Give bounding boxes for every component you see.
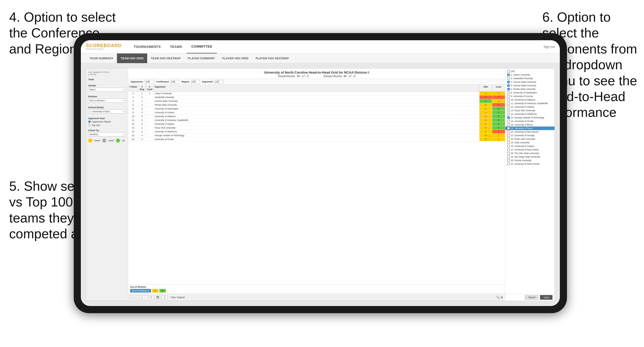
grid-records: Overall Record: 89 - 17 - 0 Division Rec… [131, 75, 502, 78]
toolbar-save[interactable]: 💾 [155, 296, 161, 299]
table-row[interactable]: 13 1 Texas Tech University 3 0 [128, 126, 505, 130]
td-rank: 9 [128, 111, 138, 114]
radio-dot-selected [88, 120, 91, 123]
dropdown-item[interactable]: ✓2. Auburn University [505, 73, 555, 77]
subnav-player-h2h-heatmap[interactable]: PLAYER H2H HEATMAP [252, 53, 293, 63]
table-row[interactable]: 4 1 Arizona State University 5 1 [128, 99, 505, 103]
gender-select[interactable]: Men's [88, 88, 126, 92]
dropdown-item[interactable]: 24. Duke University [505, 141, 555, 144]
dropdown-item[interactable]: 22. University of Georgia [505, 134, 555, 137]
region-select[interactable]: (All) [190, 80, 200, 84]
division-select[interactable]: NCAA Division I [88, 99, 126, 103]
td-opponent: University of Alabama [154, 115, 480, 118]
dropdown-item[interactable]: 10. University of Alabama [505, 98, 555, 102]
toolbar-clock[interactable]: 🕐 [162, 296, 168, 299]
legend-level [102, 138, 106, 143]
table-row[interactable]: 8 2 University of Washington 1 0 [128, 107, 505, 111]
subnav-team-h2h-heatmap[interactable]: TEAM H2H HEATMAP [147, 53, 184, 63]
toolbar-redo[interactable]: ↪ [136, 296, 141, 299]
dropdown-item[interactable]: 9. University of Arizona [505, 94, 555, 98]
dropdown-item[interactable]: 31. University of North Florida [505, 162, 555, 166]
toolbar-refresh[interactable]: ⟳ [149, 296, 154, 299]
td-win: 1 [480, 122, 492, 126]
dropdown-item[interactable]: 20. University of Texas [505, 127, 555, 130]
colour-select[interactable]: Win/loss [88, 132, 126, 136]
division-record: Division Record: 88 - 17 - 0 [324, 75, 355, 78]
td-loss: 0 [492, 118, 505, 122]
td-opponent: University of Oklahoma [154, 130, 480, 133]
dropdown-checkbox [507, 123, 510, 126]
td-loss: 0 [492, 111, 505, 114]
table-row[interactable]: 14 2 University of Oklahoma 2 2 [128, 130, 505, 134]
toolbar-back[interactable]: ← [142, 296, 148, 299]
division-section: Division NCAA Division I [88, 95, 126, 103]
dropdown-item[interactable]: 3. Vanderbilt University [505, 77, 555, 80]
dropdown-item[interactable]: 8. University of Washington [505, 91, 555, 94]
table-row[interactable]: 2 1 1 Auburn University 2 1 [128, 92, 505, 95]
dropdown-item[interactable]: 25. University of Oregon [505, 144, 555, 148]
subnav-team-summary[interactable]: TEAM SUMMARY [86, 53, 117, 63]
dropdown-item[interactable]: 29. San Diego State University [505, 155, 555, 159]
table-row[interactable]: 15 4 Georgia Institute of Technology 5 1 [128, 134, 505, 137]
opponent-select[interactable]: (All) [214, 80, 223, 84]
td-win: 5 [480, 134, 492, 137]
overall-record: Overall Record: 89 - 17 - 0 [278, 75, 309, 78]
nav-tournaments[interactable]: TOURNAMENTS [129, 40, 165, 53]
dropdown-item[interactable]: 18. University of Illinois [505, 123, 555, 127]
table-row[interactable]: 16 2 University of Florida 5 1 [128, 137, 505, 141]
dropdown-item[interactable]: ✓5. Arizona State University [505, 84, 555, 87]
subnav-player-summary[interactable]: PLAYER SUMMARY [184, 53, 219, 63]
dropdown-item[interactable]: 27. University of Notre Dame [505, 148, 555, 151]
school-select[interactable]: 1. University of Nort... [88, 109, 126, 114]
table-row[interactable]: 12 3 University of Virginia 1 0 [128, 122, 505, 126]
zoom-out-icon[interactable]: 🔍 [496, 296, 500, 299]
radio-top100[interactable]: Top 100 [88, 124, 126, 127]
td-opponent: Arizona State University [154, 99, 480, 103]
td-loss: 1 [492, 99, 505, 103]
app-nav: SCOREBOARD Powered by School TOURNAMENTS… [81, 40, 560, 53]
nav-committee[interactable]: COMMITTEE [187, 40, 217, 53]
dropdown-item[interactable]: 12. University of Virginia [505, 105, 555, 109]
subnav-player-h2h-grid[interactable]: PLAYER H2H GRID [219, 53, 252, 63]
dropdown-item[interactable]: ✓15. Georgia Institute of Technology [505, 116, 555, 119]
table-row[interactable]: 6 2 Florida State University 4 2 [128, 103, 505, 107]
cancel-button[interactable]: Cancel [525, 295, 538, 300]
dropdown-item-label: 31. University of North Florida [511, 163, 539, 165]
dropdown-item[interactable]: 13. Texas Tech University [505, 109, 555, 112]
radio-opponents-played[interactable]: Opponents Played [88, 120, 126, 123]
apply-button[interactable]: Apply [540, 295, 552, 300]
out-division-label: Out of division [130, 286, 503, 288]
legend-down [88, 138, 92, 143]
legend-row: Down Level Up [88, 138, 126, 143]
td-win: 0 [480, 95, 492, 99]
table-row[interactable]: 3 2 Vanderbilt University 0 4 [128, 95, 505, 99]
nav-teams[interactable]: TEAMS [165, 40, 187, 53]
dropdown-checkbox [507, 131, 510, 133]
dropdown-item[interactable]: 28. The Ohio State University [505, 151, 555, 155]
table-row[interactable]: 10 5 University of Alabama 3 0 [128, 115, 505, 118]
dropdown-item[interactable]: 16. University of Florida [505, 119, 555, 123]
dropdown-checkbox: ✓ [507, 88, 510, 90]
dropdown-item[interactable]: ✓6. Florida State University [505, 87, 555, 91]
dropdown-item[interactable]: 21. University of New Mexico [505, 130, 555, 134]
nav-signout[interactable]: Sign out [544, 45, 555, 49]
dropdown-item[interactable]: 30. Purdue University [505, 159, 555, 162]
opponents-select[interactable]: (All) [145, 80, 154, 84]
table-row[interactable]: 9 3 University of Arizona 1 0 [128, 111, 505, 115]
dropdown-item[interactable]: 14. University of Oklahoma [505, 112, 555, 116]
toolbar: ↩ ↪ ← ⟳ 💾 🕐 View: Original 🔍 W [128, 294, 505, 301]
last-updated: Last Updated: 4/7/2014 16:55:38 [88, 71, 126, 76]
subnav-team-h2h-grid[interactable]: TEAM H2H GRID [117, 53, 147, 63]
dropdown-item[interactable]: ✓4. Arizona State University [505, 80, 555, 84]
dropdown-checkbox: ✓ [507, 84, 510, 87]
dropdown-item[interactable]: 11. University of Arkansas, Fayetteville [505, 102, 555, 105]
dropdown-list: (All)✓2. Auburn University3. Vanderbilt … [505, 68, 555, 294]
dropdown-item[interactable]: (All) [505, 70, 555, 73]
toolbar-undo[interactable]: ↩ [130, 296, 135, 299]
td-loss: 1 [492, 134, 505, 137]
dropdown-item-label: 21. University of New Mexico [511, 131, 539, 133]
table-row[interactable]: 11 6 University of Arkansas, Fayettevill… [128, 118, 505, 122]
td-win: 5 [480, 137, 492, 141]
dropdown-item[interactable]: 23. Texas A&M University [505, 137, 555, 141]
conference-select[interactable]: (All) [170, 80, 179, 84]
